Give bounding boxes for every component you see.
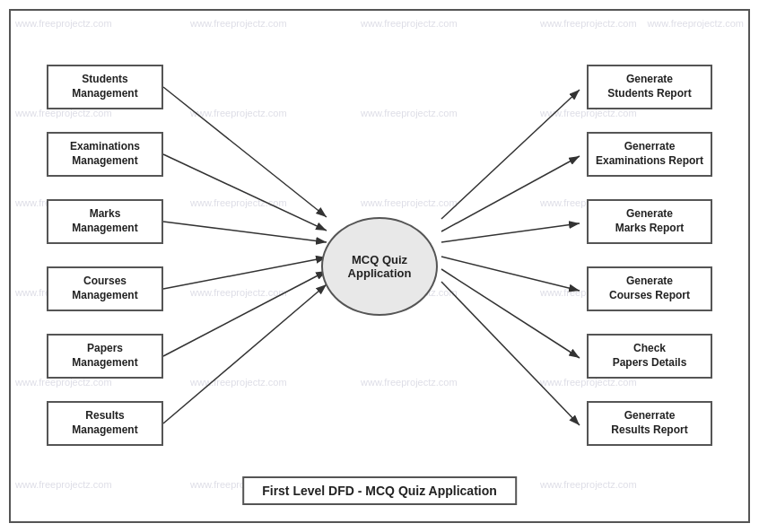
papers-management-box: PapersManagement — [47, 334, 163, 379]
generate-marks-report-box: GenerateMarks Report — [587, 199, 712, 244]
results-management-box: ResultsManagement — [47, 401, 163, 446]
marks-management-box: MarksManagement — [47, 199, 163, 244]
svg-line-7 — [441, 90, 580, 219]
svg-line-8 — [441, 156, 580, 231]
svg-line-6 — [163, 284, 327, 423]
courses-management-box: CoursesManagement — [47, 266, 163, 311]
svg-line-9 — [441, 223, 580, 242]
svg-line-1 — [163, 87, 327, 217]
svg-line-11 — [441, 269, 580, 358]
svg-line-2 — [163, 154, 327, 231]
check-papers-details-box: CheckPapers Details — [587, 334, 712, 379]
svg-line-3 — [163, 222, 327, 242]
diagram-title: First Level DFD - MCQ Quiz Application — [242, 476, 517, 505]
svg-line-12 — [441, 282, 580, 425]
center-ellipse: MCQ QuizApplication — [321, 217, 438, 316]
students-management-box: StudentsManagement — [47, 65, 163, 109]
diagram-container: www.freeprojectz.com www.freeprojectz.co… — [9, 9, 750, 523]
diagram-inner: www.freeprojectz.com www.freeprojectz.co… — [11, 11, 748, 521]
generate-courses-report-box: GenerateCourses Report — [587, 266, 712, 311]
examinations-management-box: ExaminationsManagement — [47, 132, 163, 177]
svg-line-10 — [441, 257, 580, 291]
generate-results-report-box: GenerrateResults Report — [587, 401, 712, 446]
generate-students-report-box: GenerateStudents Report — [587, 65, 712, 109]
generate-examinations-report-box: GenerrateExaminations Report — [587, 132, 712, 177]
